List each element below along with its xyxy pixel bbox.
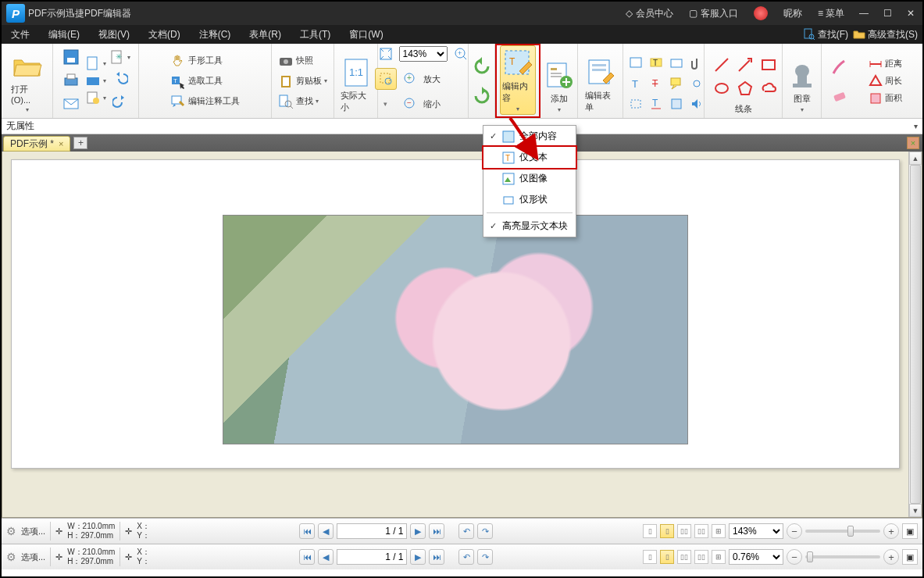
document-tab[interactable]: PDF示例 * × — [3, 136, 70, 152]
next-page-button-2[interactable]: ▶ — [410, 549, 426, 565]
document-viewport[interactable] — [2, 152, 908, 517]
layout-continuous-button[interactable]: ▯ — [660, 524, 674, 538]
menu-edit[interactable]: 编辑(E) — [39, 28, 89, 41]
menu-tools[interactable]: 工具(T) — [291, 28, 340, 41]
maximize-button[interactable]: ☐ — [876, 8, 899, 19]
dropdown-image-only[interactable]: 仅图像 — [483, 168, 576, 189]
propbar-chevron-icon[interactable]: ▾ — [914, 122, 918, 130]
member-center-button[interactable]: ◇ 会员中心 — [618, 7, 681, 20]
line-button[interactable] — [711, 54, 733, 76]
fit-button-2[interactable]: ▣ — [902, 549, 918, 565]
from-file-button[interactable]: ▾ — [85, 90, 106, 105]
scroll-thumb[interactable] — [910, 165, 921, 504]
forward-button-2[interactable]: ↷ — [477, 549, 493, 565]
dropdown-all-content[interactable]: ✓ 全部内容 — [483, 126, 576, 147]
hand-tool-button[interactable]: 手形工具 — [170, 53, 240, 69]
stamp-small-button[interactable] — [665, 93, 687, 115]
layout-facing-cont-button[interactable]: ▯▯ — [694, 524, 708, 538]
gear-icon[interactable]: ⚙ — [6, 551, 16, 563]
close-button[interactable]: ✕ — [899, 8, 922, 19]
scroll-down-button[interactable]: ▼ — [909, 504, 922, 517]
back-button[interactable]: ↶ — [458, 523, 474, 539]
menu-form[interactable]: 表单(R) — [240, 28, 291, 41]
menu-file[interactable]: 文件 — [2, 28, 39, 41]
eraser-button[interactable] — [829, 84, 851, 106]
layout-facing-cont-button-2[interactable]: ▯▯ — [694, 550, 708, 564]
prev-page-button[interactable]: ◀ — [318, 523, 334, 539]
layout-thumb-button[interactable]: ⊞ — [712, 524, 726, 538]
forward-button[interactable]: ↷ — [477, 523, 493, 539]
options-button-2[interactable]: 选项... — [21, 551, 45, 563]
caret-button[interactable] — [625, 93, 647, 115]
page-input-2[interactable] — [337, 549, 407, 565]
minimize-button[interactable]: — — [852, 8, 876, 19]
perimeter-button[interactable]: 周长 — [869, 74, 902, 88]
undo-button[interactable] — [109, 66, 131, 88]
clipboard-button[interactable]: 剪贴板▾ — [278, 73, 327, 89]
highlight-button[interactable]: T — [645, 52, 667, 74]
arrow-button[interactable] — [734, 54, 756, 76]
tabstrip-close-button[interactable]: × — [907, 137, 919, 149]
zoom-in-button-1[interactable]: + — [883, 523, 899, 539]
user-avatar[interactable] — [746, 6, 776, 20]
layout-thumb-button-2[interactable]: ⊞ — [712, 550, 726, 564]
scroll-up-button[interactable]: ▲ — [909, 152, 922, 165]
zoom-out-button-2[interactable]: − — [787, 549, 802, 565]
dropdown-highlight-blocks[interactable]: ✓ 高亮显示文本块 — [483, 216, 576, 237]
page-input[interactable] — [337, 523, 407, 539]
menu-annot[interactable]: 注释(C) — [190, 28, 241, 41]
underline-button[interactable]: T — [645, 93, 667, 115]
new-blank-button[interactable]: ▾ — [85, 55, 106, 71]
layout-continuous-button-2[interactable]: ▯ — [660, 550, 674, 564]
redo-button[interactable] — [109, 90, 131, 112]
layout-single-button[interactable]: ▯ — [643, 524, 657, 538]
save-button[interactable] — [60, 46, 82, 68]
cloud-button[interactable] — [758, 77, 780, 99]
rotate-ccw-button[interactable] — [471, 55, 493, 77]
edit-form-button[interactable]: 编辑表单 — [582, 55, 619, 115]
select-tool-button[interactable]: T选取工具 — [170, 73, 240, 89]
zoom-in-button-2[interactable]: + — [883, 549, 899, 565]
polygon-button[interactable] — [734, 77, 756, 99]
options-button[interactable]: 选项... — [21, 526, 45, 537]
menu-window[interactable]: 窗口(W) — [340, 28, 392, 41]
scan-button[interactable]: ▾ — [85, 73, 106, 88]
distance-button[interactable]: 距离 — [869, 57, 902, 71]
scroll-track[interactable] — [909, 165, 922, 504]
snapshot-button[interactable]: 快照 — [278, 53, 327, 69]
dropdown-shape-only[interactable]: 仅形状 — [483, 189, 576, 210]
rect-button[interactable] — [758, 54, 780, 76]
strike-button[interactable]: T — [645, 73, 667, 95]
tab-close-button[interactable]: × — [59, 139, 63, 148]
vertical-scrollbar[interactable]: ▲ ▼ — [908, 152, 922, 517]
layout-facing-button[interactable]: ▯▯ — [677, 524, 691, 538]
dropdown-text-only[interactable]: T 仅文本 — [482, 145, 577, 169]
rotate-cw-button[interactable] — [471, 85, 493, 107]
next-page-button[interactable]: ▶ — [410, 523, 426, 539]
zoom-select[interactable]: 143% — [399, 46, 448, 62]
hamburger-menu[interactable]: ≡ 菜单 — [810, 7, 852, 20]
edit-content-button[interactable]: T 编辑内容 ▾ — [500, 45, 536, 115]
gear-icon[interactable]: ⚙ — [6, 525, 16, 537]
callout-button[interactable] — [665, 73, 687, 95]
add-button[interactable]: 添加▾ — [540, 59, 578, 115]
first-page-button-2[interactable]: ⏮ — [299, 549, 315, 565]
support-button[interactable]: ▢ 客服入口 — [681, 7, 746, 20]
menu-doc[interactable]: 文档(D) — [139, 28, 190, 41]
fit-button-1[interactable]: ▣ — [902, 523, 918, 539]
print-button[interactable] — [60, 70, 82, 91]
back-button-2[interactable]: ↶ — [458, 549, 474, 565]
zoom-out-button[interactable]: ▾−缩小 — [375, 93, 472, 115]
text-button[interactable]: T — [625, 73, 647, 95]
zoom-out-button-1[interactable]: − — [787, 523, 802, 539]
area-button[interactable]: 面积 — [869, 91, 902, 105]
prev-page-button-2[interactable]: ◀ — [318, 549, 334, 565]
fit-page-button[interactable] — [375, 43, 397, 65]
layout-single-button-2[interactable]: ▯ — [643, 550, 657, 564]
stamp-button[interactable]: 图章▾ — [783, 59, 821, 115]
advanced-find-button[interactable]: 高级查找(S) — [853, 28, 918, 41]
zoom-select-1[interactable]: 143% — [729, 523, 783, 539]
open-button[interactable]: 打开(O)... ▾ — [8, 49, 46, 115]
nickname-label[interactable]: 昵称 — [776, 7, 810, 20]
find-button[interactable]: 查找(F) — [803, 28, 848, 41]
